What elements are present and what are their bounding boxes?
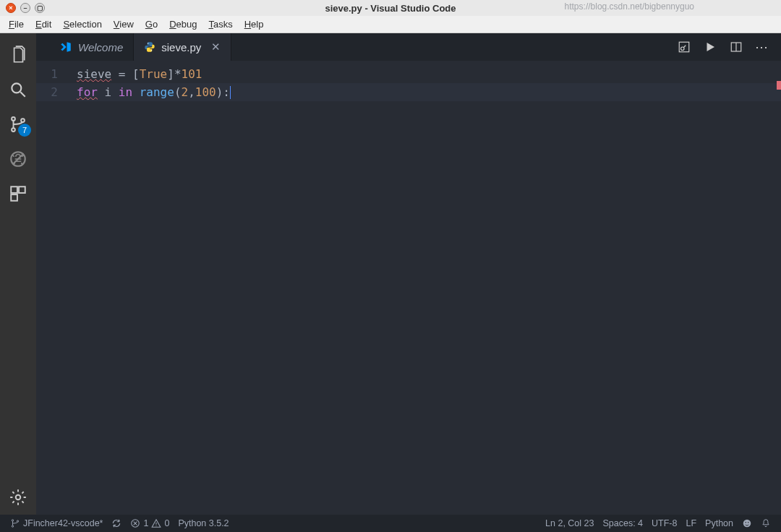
svg-rect-7: [11, 186, 17, 193]
extensions-icon: [9, 184, 27, 203]
line-number: 1: [36, 66, 77, 83]
eol-status[interactable]: LF: [681, 518, 701, 528]
minimap-error-marker[interactable]: [777, 81, 781, 90]
sync-status[interactable]: [107, 518, 126, 528]
run-button[interactable]: [701, 38, 719, 56]
indent-status[interactable]: Spaces: 4: [598, 518, 647, 528]
ellipsis-icon: ⋯: [755, 39, 769, 55]
compare-icon: [678, 40, 691, 53]
close-tab-icon[interactable]: ✕: [211, 40, 221, 53]
activity-bar: 7: [0, 33, 36, 515]
svg-point-2: [12, 117, 15, 121]
close-window-button[interactable]: ×: [6, 3, 16, 13]
scm-activity[interactable]: 7: [0, 107, 36, 142]
menu-edit[interactable]: Edit: [30, 19, 57, 30]
menu-help[interactable]: Help: [239, 19, 270, 30]
svg-point-0: [12, 83, 21, 93]
extensions-activity[interactable]: [0, 176, 36, 211]
tab-bar: Welcome sieve.py ✕ ⋯: [36, 33, 781, 61]
encoding-status[interactable]: UTF-8: [647, 518, 681, 528]
python-icon: [144, 41, 155, 53]
tab-welcome[interactable]: Welcome: [49, 33, 134, 61]
warning-count: 0: [164, 518, 169, 528]
code-line-2: 2 for i in range(2,100):: [36, 83, 781, 101]
python-version-status[interactable]: Python 3.5.2: [174, 518, 233, 528]
scm-badge: 7: [18, 124, 31, 137]
open-changes-button[interactable]: [675, 38, 693, 56]
svg-point-18: [12, 525, 13, 527]
line-number: 2: [36, 84, 77, 101]
svg-point-27: [748, 522, 749, 523]
sync-icon: [111, 518, 121, 528]
code-content: for i in range(2,100):: [77, 84, 231, 101]
explorer-activity[interactable]: [0, 38, 36, 72]
code-content: sieve = [True]*101: [77, 66, 202, 83]
smiley-icon: [742, 518, 752, 528]
status-bar: JFincher42-vscode* 1 0 Python 3.5.2 Ln 2…: [0, 515, 781, 532]
cursor-position-status[interactable]: Ln 2, Col 23: [541, 518, 598, 528]
split-editor-button[interactable]: [727, 38, 745, 56]
more-actions-button[interactable]: ⋯: [754, 38, 771, 56]
svg-point-11: [148, 43, 148, 43]
files-icon: [9, 46, 27, 64]
minimize-window-button[interactable]: –: [20, 3, 30, 13]
svg-rect-8: [19, 186, 25, 193]
svg-point-19: [17, 520, 18, 522]
svg-rect-9: [11, 194, 17, 201]
menu-selection[interactable]: Selection: [57, 19, 107, 30]
svg-point-12: [151, 50, 152, 51]
app-body: 7 Welcome sieve.py ✕: [0, 33, 781, 515]
language-mode-status[interactable]: Python: [701, 518, 738, 528]
maximize-window-button[interactable]: ▢: [35, 3, 45, 13]
vscode-icon: [59, 40, 72, 53]
branch-name: JFincher42-vscode*: [23, 518, 103, 528]
svg-point-4: [21, 119, 25, 122]
play-icon: [704, 40, 717, 53]
error-icon: [130, 518, 140, 528]
branch-icon: [10, 518, 20, 528]
editor-area[interactable]: 1 sieve = [True]*101 2 for i in range(2,…: [36, 61, 781, 515]
git-branch-status[interactable]: JFincher42-vscode*: [6, 518, 107, 528]
svg-line-1: [20, 92, 25, 97]
svg-point-3: [12, 128, 15, 132]
svg-point-10: [16, 495, 21, 500]
svg-point-17: [12, 520, 13, 521]
editor-column: Welcome sieve.py ✕ ⋯: [36, 33, 781, 515]
menu-go[interactable]: Go: [140, 19, 163, 30]
split-icon: [730, 40, 743, 53]
menu-bar: File Edit Selection View Go Debug Tasks …: [0, 16, 781, 33]
no-bug-icon: [9, 150, 27, 168]
window-title: sieve.py - Visual Studio Code: [325, 3, 456, 14]
svg-point-26: [745, 522, 746, 523]
tab-welcome-label: Welcome: [78, 41, 123, 53]
tab-sieve[interactable]: sieve.py ✕: [134, 33, 231, 61]
error-count: 1: [143, 518, 148, 528]
warning-icon: [151, 518, 161, 528]
settings-activity[interactable]: [0, 480, 36, 515]
notifications-button[interactable]: [756, 518, 775, 528]
search-icon: [9, 80, 27, 99]
debug-activity[interactable]: [0, 142, 36, 176]
svg-point-25: [743, 520, 751, 528]
tab-actions: ⋯: [675, 33, 781, 61]
search-activity[interactable]: [0, 72, 36, 107]
text-cursor: [230, 86, 231, 99]
code-line-1: 1 sieve = [True]*101: [36, 65, 781, 83]
menu-tasks[interactable]: Tasks: [202, 19, 238, 30]
feedback-button[interactable]: [738, 518, 756, 528]
tab-sieve-label: sieve.py: [161, 41, 201, 53]
problems-status[interactable]: 1 0: [126, 518, 174, 528]
menu-view[interactable]: View: [108, 19, 140, 30]
bell-icon: [761, 518, 771, 528]
svg-point-24: [156, 525, 157, 526]
menu-file[interactable]: File: [3, 19, 30, 30]
gear-icon: [9, 488, 27, 507]
window-controls: × – ▢: [0, 3, 45, 13]
watermark-text: https://blog.csdn.net/bigbennyguo: [565, 1, 694, 12]
menu-debug[interactable]: Debug: [163, 19, 202, 30]
